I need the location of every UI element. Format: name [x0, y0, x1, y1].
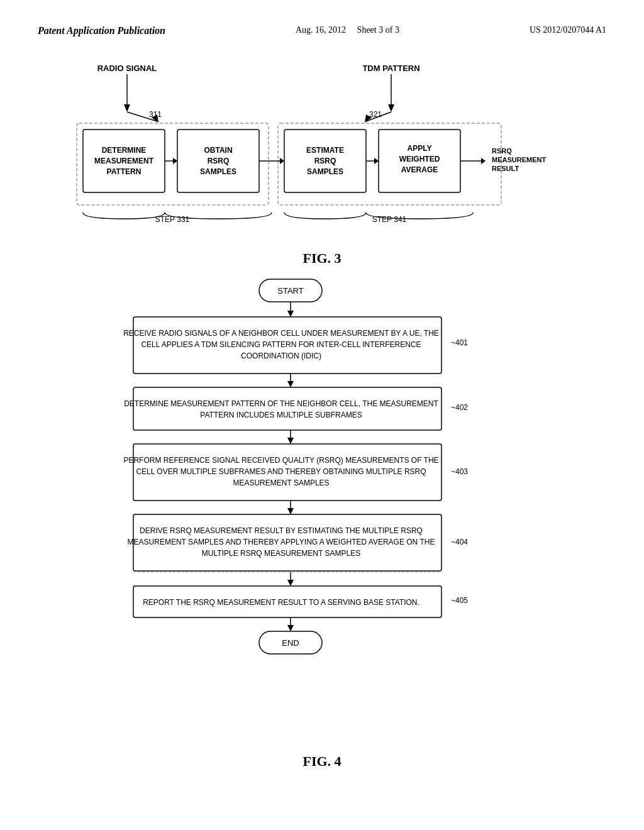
svg-text:311: 311 [149, 110, 162, 119]
svg-text:TDM PATTERN: TDM PATTERN [362, 64, 419, 73]
header-center: Aug. 16, 2012 Sheet 3 of 3 [296, 25, 399, 35]
svg-text:START: START [277, 286, 303, 296]
svg-text:~403: ~403 [451, 467, 468, 476]
svg-text:MULTIPLE RSRQ MEASUREMENT SAMP: MULTIPLE RSRQ MEASUREMENT SAMPLES [202, 549, 360, 558]
svg-marker-33 [374, 158, 379, 164]
svg-text:OBTAIN: OBTAIN [204, 146, 232, 155]
patent-publication-label: Patent Application Publication [38, 25, 165, 36]
svg-text:RSRQ: RSRQ [492, 147, 512, 155]
svg-marker-66 [287, 508, 294, 514]
fig4-container: START RECEIVE RADIO SIGNALS OF A NEIGHBO… [38, 273, 606, 770]
svg-text:APPLY: APPLY [408, 144, 432, 153]
svg-text:PERFORM REFERENCE SIGNAL RECEI: PERFORM REFERENCE SIGNAL RECEIVED QUALIT… [123, 456, 438, 465]
svg-marker-53 [287, 381, 294, 387]
header-date: Aug. 16, 2012 [296, 25, 346, 35]
svg-text:DETERMINE MEASUREMENT PATTERN : DETERMINE MEASUREMENT PATTERN OF THE NEI… [124, 399, 438, 408]
svg-marker-46 [287, 311, 294, 317]
fig4-title: FIG. 4 [38, 753, 606, 770]
svg-text:REPORT THE RSRQ MEASUREMENT RE: REPORT THE RSRQ MEASUREMENT RESULT TO A … [143, 598, 419, 607]
header: Patent Application Publication Aug. 16, … [38, 25, 606, 36]
svg-text:COORDINATION (IDIC): COORDINATION (IDIC) [241, 351, 321, 360]
svg-marker-35 [280, 158, 284, 164]
svg-text:PATTERN: PATTERN [107, 167, 142, 176]
svg-text:SAMPLES: SAMPLES [307, 167, 343, 176]
svg-text:~401: ~401 [451, 338, 468, 347]
svg-text:STEP 341: STEP 341 [372, 215, 407, 224]
svg-text:RECEIVE RADIO SIGNALS OF A NEI: RECEIVE RADIO SIGNALS OF A NEIGHBOR CELL… [123, 329, 439, 338]
svg-text:RESULT: RESULT [492, 165, 519, 172]
svg-text:ESTIMATE: ESTIMATE [306, 146, 344, 155]
svg-marker-7 [388, 104, 394, 112]
header-left: Patent Application Publication [38, 25, 165, 36]
svg-text:CELL OVER MULTIPLE SUBFRAMES A: CELL OVER MULTIPLE SUBFRAMES AND THEREBY… [136, 467, 426, 476]
svg-marker-2 [124, 104, 130, 112]
svg-text:~404: ~404 [451, 538, 468, 546]
svg-text:WEIGHTED: WEIGHTED [399, 155, 440, 163]
svg-text:RSRQ: RSRQ [208, 157, 230, 165]
svg-marker-37 [481, 158, 486, 164]
fig4-diagram: START RECEIVE RADIO SIGNALS OF A NEIGHBO… [102, 273, 542, 747]
svg-text:RADIO SIGNAL: RADIO SIGNAL [97, 64, 157, 73]
svg-text:MEASUREMENT SAMPLES AND THEREB: MEASUREMENT SAMPLES AND THEREBY APPLYING… [128, 538, 435, 546]
patent-number: US 2012/0207044 A1 [530, 25, 606, 35]
svg-marker-59 [287, 438, 294, 444]
svg-text:SAMPLES: SAMPLES [200, 167, 236, 176]
page: Patent Application Publication Aug. 16, … [0, 0, 644, 830]
fig3-diagram: RADIO SIGNAL TDM PATTERN 311 321 [64, 55, 580, 244]
svg-marker-79 [287, 625, 294, 631]
svg-text:CELL APPLIES A TDM SILENCING P: CELL APPLIES A TDM SILENCING PATTERN FOR… [141, 340, 421, 349]
svg-text:MEASUREMENT: MEASUREMENT [94, 157, 154, 165]
svg-text:DETERMINE: DETERMINE [102, 146, 147, 155]
svg-text:DERIVE RSRQ MEASUREMENT RESULT: DERIVE RSRQ MEASUREMENT RESULT BY ESTIMA… [140, 526, 423, 535]
svg-marker-74 [287, 580, 294, 586]
header-sheet: Sheet 3 of 3 [357, 25, 399, 35]
svg-text:~405: ~405 [451, 596, 468, 605]
header-right: US 2012/0207044 A1 [530, 25, 606, 35]
fig3-title: FIG. 3 [38, 250, 606, 267]
svg-marker-23 [173, 158, 177, 164]
svg-text:PATTERN INCLUDES MULTIPLE SUBF: PATTERN INCLUDES MULTIPLE SUBFRAMES [200, 411, 362, 419]
svg-text:MEASUREMENT: MEASUREMENT [492, 156, 546, 163]
svg-text:RSRQ: RSRQ [314, 157, 336, 165]
svg-text:321: 321 [369, 110, 382, 119]
svg-text:~402: ~402 [451, 403, 468, 412]
svg-text:MEASUREMENT SAMPLES: MEASUREMENT SAMPLES [233, 479, 329, 487]
fig3-container: RADIO SIGNAL TDM PATTERN 311 321 [38, 55, 606, 267]
svg-text:END: END [282, 638, 299, 648]
svg-text:AVERAGE: AVERAGE [401, 165, 438, 174]
svg-rect-54 [133, 387, 441, 430]
